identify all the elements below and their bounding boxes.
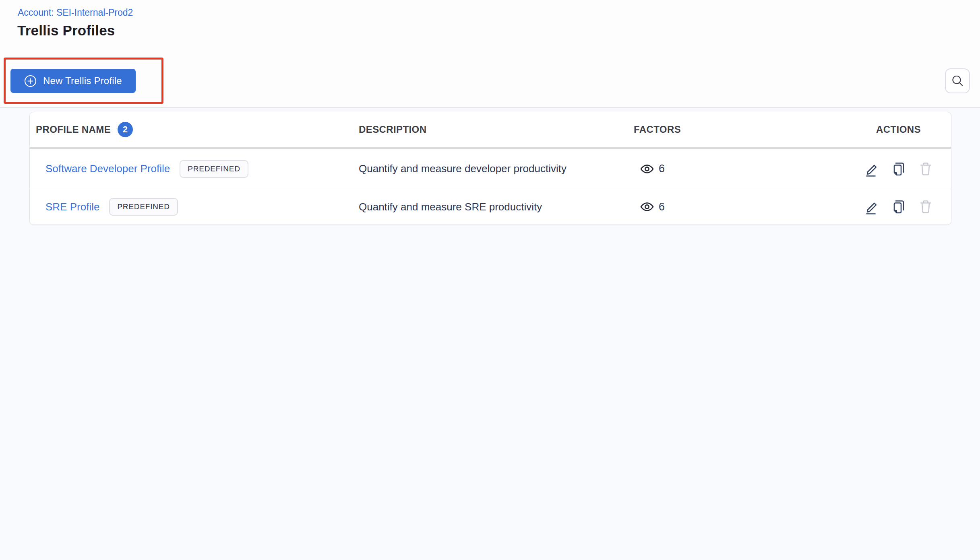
predefined-tag: PREDEFINED	[180, 160, 248, 178]
page-header: Account: SEI-Internal-Prod2 Trellis Prof…	[0, 0, 980, 108]
copy-icon	[891, 161, 906, 177]
predefined-tag: PREDEFINED	[109, 198, 178, 216]
search-button[interactable]	[945, 68, 970, 93]
pencil-icon	[864, 198, 879, 215]
table-header-row: PROFILE NAME 2 DESCRIPTION FACTORS ACTIO…	[30, 112, 951, 147]
column-header-factors: FACTORS	[634, 124, 846, 135]
profile-link[interactable]: SRE Profile	[45, 201, 99, 213]
factors-count: 6	[659, 163, 665, 175]
breadcrumb-account-link[interactable]: Account: SEI-Internal-Prod2	[18, 7, 133, 18]
column-header-profile-name: PROFILE NAME 2	[30, 122, 359, 137]
eye-icon	[640, 163, 654, 175]
plus-circle-icon	[24, 75, 37, 87]
content-area: PROFILE NAME 2 DESCRIPTION FACTORS ACTIO…	[0, 108, 980, 225]
table-row: Software Developer Profile PREDEFINED Qu…	[30, 149, 951, 189]
new-trellis-profile-button[interactable]: New Trellis Profile	[10, 69, 136, 93]
profile-name-header-label: PROFILE NAME	[36, 124, 111, 135]
search-icon	[951, 74, 964, 87]
trash-icon	[918, 198, 933, 215]
pencil-icon	[864, 161, 879, 177]
factors-count: 6	[659, 201, 665, 213]
copy-icon	[891, 198, 906, 215]
column-header-actions: ACTIONS	[846, 124, 951, 135]
row-count-badge: 2	[118, 122, 133, 137]
eye-icon	[640, 201, 654, 212]
page-title: Trellis Profiles	[17, 23, 115, 39]
profile-link[interactable]: Software Developer Profile	[45, 163, 170, 175]
clone-button[interactable]	[891, 198, 907, 216]
clone-button[interactable]	[891, 160, 907, 178]
edit-button[interactable]	[864, 198, 880, 216]
table-row: SRE Profile PREDEFINED Quantify and meas…	[30, 189, 951, 224]
delete-button[interactable]	[918, 198, 934, 216]
delete-button[interactable]	[918, 160, 934, 178]
trash-icon	[918, 161, 933, 177]
column-header-description: DESCRIPTION	[359, 124, 634, 135]
edit-button[interactable]	[864, 160, 880, 178]
profile-description: Quantify and measure SRE productivity	[359, 201, 634, 213]
profiles-table: PROFILE NAME 2 DESCRIPTION FACTORS ACTIO…	[29, 112, 951, 225]
profile-description: Quantify and measure developer productiv…	[359, 163, 634, 175]
new-trellis-profile-label: New Trellis Profile	[43, 75, 122, 86]
